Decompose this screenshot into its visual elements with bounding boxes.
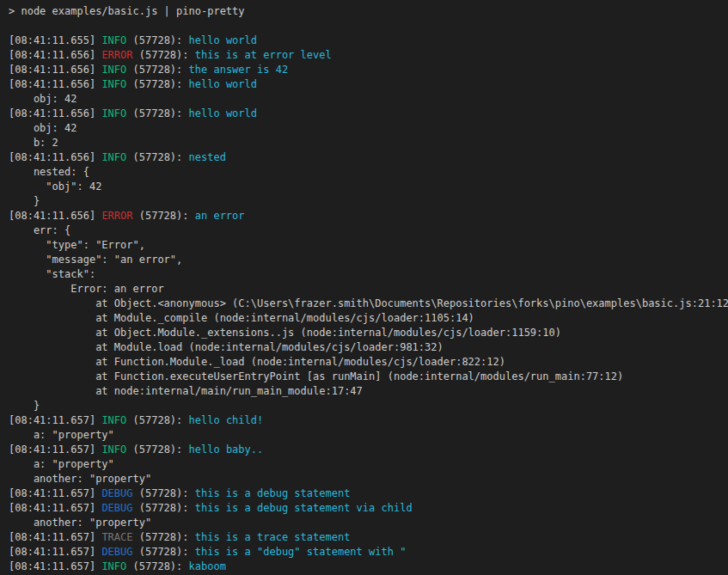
log-text: [08:41:11.657] bbox=[9, 487, 101, 499]
log-text: (57728): bbox=[133, 502, 195, 514]
log-text: (57728): bbox=[126, 78, 188, 90]
log-text: at Module._compile (node:internal/module… bbox=[9, 312, 474, 324]
log-text: obj: 42 bbox=[9, 122, 76, 134]
log-level-badge: DEBUG bbox=[101, 546, 132, 558]
log-text: at Module.load (node:internal/modules/cj… bbox=[9, 341, 444, 353]
log-text: Error: an error bbox=[9, 283, 164, 295]
terminal-line: [08:41:11.657] DEBUG (57728): this is a … bbox=[9, 545, 728, 560]
terminal-line: [08:41:11.656] INFO (57728): the answer … bbox=[9, 63, 728, 77]
log-text: [08:41:11.656] bbox=[9, 49, 101, 61]
terminal-line bbox=[9, 19, 728, 34]
log-text: "type": "Error", bbox=[9, 239, 145, 251]
log-text: (57728): bbox=[126, 34, 188, 46]
terminal-line: [08:41:11.656] ERROR (57728): an error bbox=[9, 209, 728, 223]
log-text: } bbox=[9, 195, 40, 207]
terminal-line: at Function.Module._load (node:internal/… bbox=[9, 355, 728, 370]
log-level-badge: INFO bbox=[101, 78, 126, 90]
terminal-line: at Object.<anonymous> (C:\Users\frazer.s… bbox=[9, 297, 728, 311]
terminal-line: "type": "Error", bbox=[9, 238, 728, 253]
log-text: another: "property" bbox=[9, 473, 151, 485]
terminal[interactable]: > node examples/basic.js | pino-pretty [… bbox=[0, 0, 728, 575]
log-level-badge: INFO bbox=[101, 443, 126, 456]
log-level-badge: DEBUG bbox=[101, 502, 132, 514]
terminal-line: Error: an error bbox=[9, 282, 728, 297]
log-message: hello child! bbox=[189, 414, 264, 426]
terminal-line: a: "property" bbox=[9, 457, 728, 472]
log-text: a: "property" bbox=[9, 458, 114, 470]
log-text: (57728): bbox=[126, 64, 188, 76]
log-message: this is a "debug" statement with " bbox=[195, 546, 407, 558]
log-text: (57728): bbox=[126, 151, 188, 163]
log-message: this is at error level bbox=[195, 49, 332, 61]
log-text: [08:41:11.657] bbox=[9, 502, 101, 514]
log-message: an error bbox=[195, 210, 245, 222]
log-text: (57728): bbox=[126, 443, 188, 456]
log-text: (57728): bbox=[126, 414, 188, 426]
terminal-line: [08:41:11.657] TRACE (57728): this is a … bbox=[9, 530, 728, 545]
terminal-line: "stack": bbox=[9, 267, 728, 282]
log-text: (57728): bbox=[133, 487, 195, 499]
terminal-line: at Object.Module._extensions..js (node:i… bbox=[9, 326, 728, 340]
log-level-badge: ERROR bbox=[101, 210, 132, 222]
log-message: this is a trace statement bbox=[195, 531, 351, 543]
terminal-line: another: "property" bbox=[9, 472, 728, 486]
log-level-badge: INFO bbox=[101, 414, 126, 426]
log-text: at Object.<anonymous> (C:\Users\frazer.s… bbox=[9, 297, 728, 309]
log-text: [08:41:11.655] bbox=[9, 34, 101, 46]
log-text: [08:41:11.657] bbox=[9, 414, 101, 426]
terminal-line: [08:41:11.657] INFO (57728): kaboom bbox=[9, 560, 728, 574]
log-level-badge: TRACE bbox=[101, 531, 132, 543]
log-message: nested bbox=[189, 151, 226, 163]
terminal-line: obj: 42 bbox=[9, 121, 728, 136]
log-text: [08:41:11.657] bbox=[9, 531, 101, 543]
log-message: the answer is 42 bbox=[189, 64, 289, 76]
log-text: (57728): bbox=[133, 49, 195, 61]
log-text: (57728): bbox=[133, 531, 195, 543]
log-level-badge: ERROR bbox=[101, 49, 132, 61]
terminal-line: a: "property" bbox=[9, 428, 728, 443]
log-text: (57728): bbox=[133, 210, 195, 222]
log-level-badge: INFO bbox=[101, 64, 126, 76]
log-level-badge: DEBUG bbox=[101, 487, 132, 499]
log-text: } bbox=[9, 400, 40, 412]
terminal-line: [08:41:11.657] DEBUG (57728): this is a … bbox=[9, 486, 728, 501]
log-text: nested: { bbox=[9, 166, 89, 178]
log-text: [08:41:11.657] bbox=[9, 560, 101, 572]
log-text: [08:41:11.656] bbox=[9, 64, 101, 76]
terminal-line: [08:41:11.657] DEBUG (57728): this is a … bbox=[9, 501, 728, 516]
log-text: [08:41:11.656] bbox=[9, 107, 101, 119]
terminal-line: > node examples/basic.js | pino-pretty bbox=[9, 4, 728, 19]
terminal-line: another: "property" bbox=[9, 516, 728, 530]
log-text: err: { bbox=[9, 224, 70, 236]
log-message: hello world bbox=[189, 34, 257, 46]
terminal-line: [08:41:11.656] INFO (57728): hello world bbox=[9, 77, 728, 92]
log-text: (57728): bbox=[126, 560, 188, 572]
terminal-line: } bbox=[9, 194, 728, 209]
log-message: hello baby.. bbox=[189, 443, 264, 456]
log-text: [08:41:11.657] bbox=[9, 443, 101, 456]
terminal-line: "obj": 42 bbox=[9, 180, 728, 194]
log-text: [08:41:11.656] bbox=[9, 151, 101, 163]
terminal-line: [08:41:11.656] INFO (57728): nested bbox=[9, 150, 728, 165]
log-text: "message": "an error", bbox=[9, 254, 182, 266]
terminal-line: err: { bbox=[9, 223, 728, 238]
log-text: [08:41:11.657] bbox=[9, 546, 101, 558]
log-message: hello world bbox=[189, 78, 257, 90]
log-text: [08:41:11.656] bbox=[9, 78, 101, 90]
terminal-line: at Function.executeUserEntryPoint [as ru… bbox=[9, 370, 728, 384]
terminal-line: [08:41:11.657] INFO (57728): hello child… bbox=[9, 413, 728, 428]
terminal-output: > node examples/basic.js | pino-pretty [… bbox=[9, 4, 728, 574]
log-text: another: "property" bbox=[9, 517, 151, 529]
log-text: > node examples/basic.js | pino-pretty bbox=[9, 5, 245, 17]
log-text: at Function.Module._load (node:internal/… bbox=[9, 356, 505, 368]
terminal-line: nested: { bbox=[9, 165, 728, 180]
log-text: at Object.Module._extensions..js (node:i… bbox=[9, 327, 561, 339]
log-text: "stack": bbox=[9, 268, 95, 280]
log-level-badge: INFO bbox=[101, 560, 126, 572]
log-level-badge: INFO bbox=[101, 151, 126, 163]
terminal-line: at Module._compile (node:internal/module… bbox=[9, 311, 728, 326]
log-text: b: 2 bbox=[9, 137, 58, 149]
terminal-line: [08:41:11.657] INFO (57728): hello baby.… bbox=[9, 443, 728, 457]
log-text: (57728): bbox=[126, 107, 188, 119]
log-level-badge: INFO bbox=[101, 34, 126, 46]
